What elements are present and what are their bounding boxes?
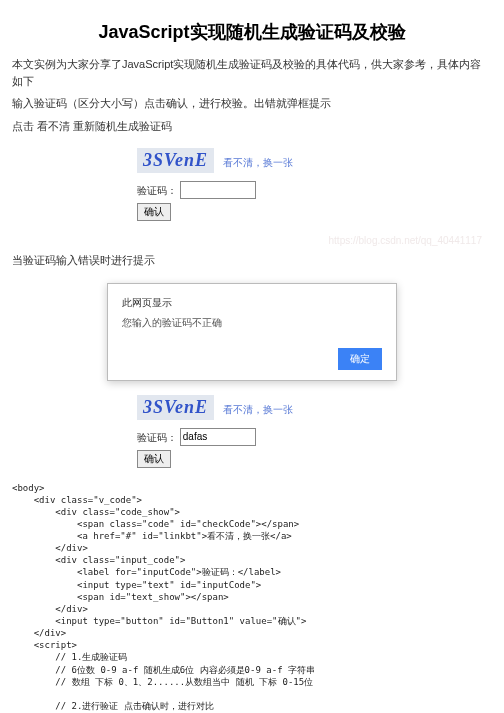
intro-text: 本文实例为大家分享了JavaScript实现随机生成验证码及校验的具体代码，供大… xyxy=(12,56,492,89)
confirm-button[interactable]: 确认 xyxy=(137,203,171,221)
step1-text: 输入验证码（区分大小写）点击确认，进行校验。出错就弹框提示 xyxy=(12,95,492,112)
code-input[interactable] xyxy=(180,181,256,199)
demo-2: 3SVenE 看不清，换一张 验证码： 确认 xyxy=(137,395,367,468)
demo-1: 3SVenE 看不清，换一张 验证码： 确认 xyxy=(137,148,367,221)
captcha-display-2: 3SVenE xyxy=(137,395,214,420)
page-title: JavaScript实现随机生成验证码及校验 xyxy=(12,20,492,44)
watermark-text: https://blog.csdn.net/qq_40441117 xyxy=(22,235,482,246)
dialog-title: 此网页显示 xyxy=(122,296,382,310)
captcha-display: 3SVenE xyxy=(137,148,214,173)
alert-dialog: 此网页显示 您输入的验证码不正确 确定 xyxy=(107,283,397,381)
code-input-2[interactable] xyxy=(180,428,256,446)
dialog-ok-button[interactable]: 确定 xyxy=(338,348,382,370)
confirm-button-2[interactable]: 确认 xyxy=(137,450,171,468)
step2-text: 点击 看不清 重新随机生成验证码 xyxy=(12,118,492,135)
refresh-link[interactable]: 看不清，换一张 xyxy=(223,157,293,168)
code-block: <body> <div class="v_code"> <div class="… xyxy=(12,482,492,714)
code-label-2: 验证码： xyxy=(137,431,177,442)
code-label: 验证码： xyxy=(137,185,177,196)
dialog-message: 您输入的验证码不正确 xyxy=(122,316,382,330)
refresh-link-2[interactable]: 看不清，换一张 xyxy=(223,404,293,415)
error-section-text: 当验证码输入错误时进行提示 xyxy=(12,252,492,269)
